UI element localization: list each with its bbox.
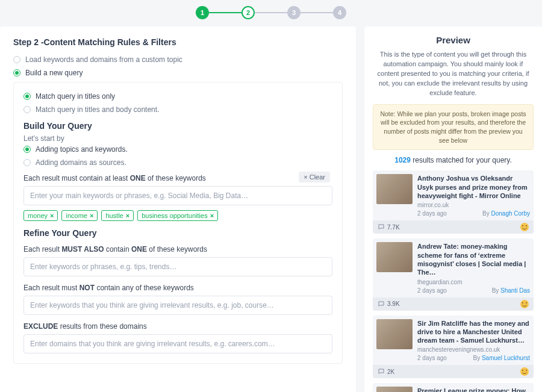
remove-tag-icon[interactable]: × [126, 212, 129, 219]
result-engagement-bar: 2K [373, 365, 534, 378]
rule-exclude: EXCLUDE results from these domains [23, 322, 332, 331]
engagement-count: 2K [387, 369, 394, 375]
tag-text: money [28, 212, 48, 219]
result-thumbnail [376, 319, 413, 349]
step-3[interactable]: 3 [287, 6, 301, 19]
radio-icon [23, 106, 31, 113]
result-age: 2 days ago [417, 355, 447, 361]
radio-icon [13, 69, 20, 76]
main-keywords-input[interactable] [23, 186, 332, 205]
result-author-link[interactable]: Donagh Corby [491, 210, 530, 217]
result-age: 2 days ago [417, 287, 447, 294]
step-1[interactable]: 1 [196, 6, 209, 19]
sentiment-icon [520, 223, 529, 231]
tag-text: income [66, 212, 87, 219]
step-line [209, 12, 241, 13]
scope-body-label: Match query in titles and body content. [36, 105, 159, 114]
step-4[interactable]: 4 [333, 6, 346, 19]
by-label: By [492, 287, 500, 294]
result-title: Anthony Joshua vs Oleksandr Usyk purses … [417, 174, 530, 200]
preview-title: Preview [373, 35, 534, 45]
rule-also: Each result MUST ALSO contain ONE of the… [23, 245, 332, 254]
step-line [301, 12, 333, 13]
preview-note: Note: While we plan your posts, broken i… [373, 104, 534, 151]
keyword-tag[interactable]: income × [61, 210, 98, 221]
refine-heading: Refine Your Query [23, 228, 332, 238]
radio-icon [23, 93, 31, 100]
scope-titles-option[interactable]: Match query in titles only [23, 92, 332, 101]
step-line [255, 12, 287, 13]
mode-load-option[interactable]: Load keywords and domains from a custom … [13, 55, 343, 64]
scope-body-option[interactable]: Match query in titles and body content. [23, 105, 332, 114]
by-label: By [482, 210, 491, 217]
remove-tag-icon[interactable]: × [90, 212, 93, 219]
rule-one: Each result must contain at least ONE of… [23, 174, 332, 182]
result-thumbnail [376, 387, 413, 392]
build-heading: Build Your Query [23, 121, 332, 131]
scope-titles-label: Match query in titles only [36, 92, 115, 101]
engagement-count: 3.9K [387, 300, 400, 307]
rule-not: Each result must NOT contain any of thes… [23, 284, 332, 292]
result-card[interactable]: Premier League prize money: How much can… [373, 383, 534, 392]
clear-keywords-button[interactable]: × Clear [299, 172, 330, 182]
result-author-link[interactable]: Samuel Luckhurst [482, 355, 530, 361]
result-source: manchestereveningnews.co.uk [417, 346, 530, 353]
start-topics-label: Adding topics and keywords. [36, 145, 128, 154]
keyword-tag[interactable]: business opportunities × [137, 210, 218, 221]
radio-icon [13, 56, 20, 63]
exclude-domains-input[interactable] [23, 334, 332, 353]
result-title: Sir Jim Ratcliffe has the money and driv… [417, 319, 530, 345]
preview-desc: This is the type of content you will get… [373, 50, 534, 98]
result-title: Andrew Tate: money-making scheme for fan… [417, 242, 530, 276]
sentiment-icon [520, 367, 529, 376]
result-author-link[interactable]: Shanti Das [500, 287, 530, 294]
result-count: 1029 results matched for your query. [373, 156, 534, 164]
result-source: theguardian.com [417, 279, 530, 285]
mode-build-option[interactable]: Build a new query [13, 69, 343, 77]
preview-panel: Preview This is the type of content you … [364, 26, 542, 392]
keyword-tags: money ×income ×hustle ×business opportun… [23, 210, 332, 221]
mode-load-label: Load keywords and domains from a custom … [25, 55, 182, 64]
start-domains-option[interactable]: Adding domains as sources. [23, 158, 332, 167]
result-source: mirror.co.uk [417, 202, 530, 208]
step-2[interactable]: 2 [241, 6, 255, 19]
tag-text: hustle [105, 212, 123, 219]
result-engagement-bar: 3.9K [373, 297, 534, 311]
stepper: 1 2 3 4 [0, 6, 542, 19]
engagement-count: 7.7K [387, 224, 400, 231]
sentiment-icon [520, 300, 529, 308]
keyword-tag[interactable]: money × [23, 210, 58, 221]
keyword-tag[interactable]: hustle × [101, 210, 134, 221]
tag-text: business opportunities [142, 212, 207, 219]
start-topics-option[interactable]: Adding topics and keywords. [23, 145, 332, 154]
radio-icon [23, 146, 31, 153]
start-domains-label: Adding domains as sources. [36, 158, 126, 167]
by-label: By [473, 355, 482, 361]
result-thumbnail [376, 174, 413, 204]
must-not-input[interactable] [23, 296, 332, 315]
result-engagement-bar: 7.7K [373, 220, 534, 234]
step-title: Step 2 -Content Matching Rules & Filters [13, 37, 343, 47]
comment-icon [378, 223, 385, 231]
lets-start: Let's start by [23, 134, 332, 143]
result-thumbnail [376, 242, 413, 272]
rules-panel: Step 2 -Content Matching Rules & Filters… [0, 26, 356, 392]
mode-build-label: Build a new query [25, 69, 83, 77]
result-title: Premier League prize money: How much can… [417, 387, 530, 392]
comment-icon [378, 368, 385, 375]
result-card[interactable]: Anthony Joshua vs Oleksandr Usyk purses … [373, 170, 534, 234]
comment-icon [378, 300, 385, 308]
query-builder: Match query in titles only Match query i… [13, 82, 343, 364]
must-also-input[interactable] [23, 257, 332, 276]
result-card[interactable]: Andrew Tate: money-making scheme for fan… [373, 238, 534, 310]
radio-icon [23, 159, 31, 166]
remove-tag-icon[interactable]: × [210, 212, 214, 219]
remove-tag-icon[interactable]: × [50, 212, 54, 219]
result-card[interactable]: Sir Jim Ratcliffe has the money and driv… [373, 316, 534, 379]
result-age: 2 days ago [417, 210, 447, 217]
